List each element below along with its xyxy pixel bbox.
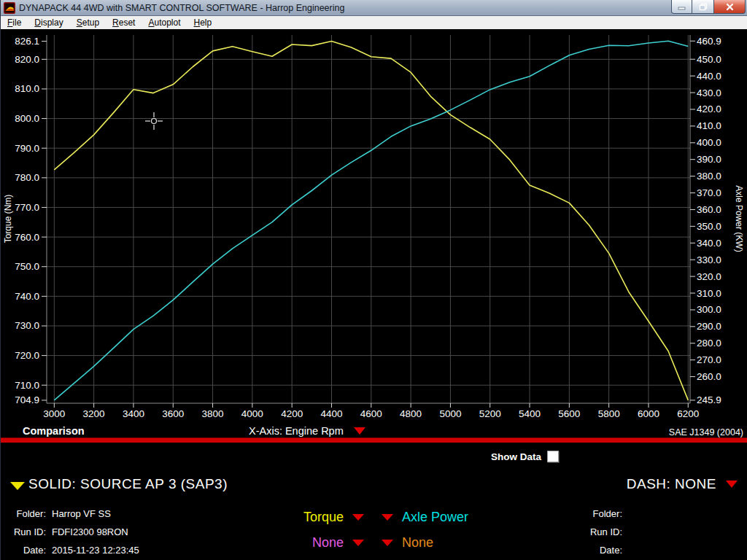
folder-value: Harrop VF SS	[52, 508, 139, 519]
svg-text:820.0: 820.0	[15, 54, 39, 65]
svg-text:Axle Power (KW): Axle Power (KW)	[734, 185, 744, 252]
svg-text:280.0: 280.0	[697, 338, 721, 349]
date-value: 2015-11-23 12:23:45	[52, 545, 139, 556]
divider	[1, 438, 747, 443]
show-data-checkbox[interactable]	[547, 451, 559, 462]
svg-text:720.0: 720.0	[15, 350, 39, 361]
dropdown-arrow-icon[interactable]	[354, 427, 365, 435]
svg-text:5600: 5600	[558, 408, 580, 419]
menu-item-file[interactable]: File	[1, 17, 28, 28]
channel-dropdown-arrow-icon[interactable]	[344, 540, 373, 546]
close-button[interactable]	[713, 0, 746, 14]
svg-text:260.0: 260.0	[697, 371, 721, 382]
channel-dropdown-arrow-icon[interactable]	[373, 514, 402, 521]
svg-text:4600: 4600	[360, 408, 382, 419]
svg-text:430.0: 430.0	[697, 88, 721, 98]
folder-label: Folder:	[1, 508, 46, 519]
svg-text:770.0: 770.0	[15, 202, 39, 213]
svg-text:5000: 5000	[439, 408, 461, 419]
svg-text:826.1: 826.1	[15, 36, 39, 47]
svg-text:410.0: 410.0	[697, 120, 721, 131]
channel-dropdown-arrow-icon[interactable]	[344, 514, 373, 521]
x-axis-selector[interactable]: X-Axis: Engine Rpm	[249, 425, 365, 437]
dash-run-selector[interactable]: DASH: NONE	[627, 476, 738, 492]
svg-text:450.0: 450.0	[697, 54, 721, 65]
svg-text:760.0: 760.0	[15, 232, 39, 243]
svg-text:340.0: 340.0	[697, 238, 721, 249]
solid-run-selector[interactable]: SOLID: SOURCE AP 3 (SAP3)	[28, 476, 228, 492]
channel-selectors: Torque Axle Power None None	[278, 510, 468, 551]
solid-run-info: Folder: Harrop VF SS Run ID: FDFI2300 98…	[1, 508, 139, 556]
svg-text:740.0: 740.0	[15, 291, 39, 302]
svg-text:270.0: 270.0	[697, 354, 721, 365]
restore-button[interactable]	[692, 0, 713, 14]
svg-text:780.0: 780.0	[15, 172, 39, 183]
svg-text:5400: 5400	[519, 408, 541, 419]
svg-text:330.0: 330.0	[697, 254, 721, 265]
svg-text:3000: 3000	[43, 408, 65, 419]
x-axis-selector-label: X-Axis: Engine Rpm	[249, 425, 344, 437]
svg-text:Torque (Nm): Torque (Nm)	[3, 195, 13, 244]
menubar: FileDisplaySetupResetAutoplotHelp	[1, 16, 747, 29]
dynapack-logo-icon	[4, 2, 15, 14]
menu-item-autoplot[interactable]: Autoplot	[142, 17, 187, 28]
svg-text:390.0: 390.0	[697, 154, 721, 165]
minimize-button[interactable]	[671, 0, 692, 14]
dash-dropdown-arrow-icon[interactable]	[726, 481, 738, 488]
svg-text:6200: 6200	[677, 408, 699, 419]
run-id-value: FDFI2300 98RON	[52, 526, 139, 537]
menu-item-help[interactable]: Help	[187, 17, 219, 28]
svg-text:3800: 3800	[202, 408, 224, 419]
svg-text:370.0: 370.0	[697, 187, 721, 198]
titlebar[interactable]: DYNAPACK 44 4WD with SMART CONTROL SOFTW…	[1, 0, 747, 16]
show-data-label: Show Data	[491, 451, 541, 462]
bottom-panel: Show Data SOLID: SOURCE AP 3 (SAP3) DASH…	[1, 443, 747, 560]
svg-text:350.0: 350.0	[697, 221, 721, 232]
svg-text:300.0: 300.0	[697, 304, 721, 315]
run-id-label: Run ID:	[1, 526, 46, 537]
solid-dropdown-arrow-icon[interactable]	[10, 482, 25, 490]
svg-text:380.0: 380.0	[697, 171, 721, 182]
chart-area: 3000320034003600380040004200440046004800…	[1, 29, 747, 438]
svg-text:810.0: 810.0	[15, 83, 39, 94]
folder-label: Folder:	[570, 508, 622, 519]
dash-run-info: Folder: Run ID: Date:	[570, 508, 628, 556]
svg-text:3400: 3400	[123, 408, 144, 419]
menu-item-setup[interactable]: Setup	[70, 17, 106, 28]
channel-bottom-right[interactable]: None	[402, 535, 468, 551]
run-id-label: Run ID:	[570, 526, 622, 537]
svg-text:310.0: 310.0	[697, 288, 721, 299]
svg-text:320.0: 320.0	[697, 271, 721, 282]
window-controls	[671, 0, 746, 14]
svg-text:4200: 4200	[281, 408, 303, 419]
svg-text:3200: 3200	[83, 408, 105, 419]
date-label: Date:	[570, 545, 622, 556]
svg-text:4400: 4400	[320, 408, 342, 419]
svg-text:4800: 4800	[400, 408, 422, 419]
channel-top-left[interactable]: Torque	[278, 510, 344, 525]
svg-text:420.0: 420.0	[697, 104, 721, 114]
svg-text:5800: 5800	[598, 408, 620, 419]
menu-item-reset[interactable]: Reset	[106, 17, 142, 28]
sae-standard-label: SAE J1349 (2004)	[669, 427, 743, 438]
svg-text:790.0: 790.0	[15, 143, 39, 154]
channel-bottom-left[interactable]: None	[278, 535, 344, 551]
svg-text:3600: 3600	[162, 408, 184, 419]
date-label: Date:	[1, 545, 46, 556]
svg-text:440.0: 440.0	[697, 71, 721, 82]
comparison-label: Comparison	[23, 425, 85, 437]
svg-text:710.0: 710.0	[15, 380, 39, 391]
channel-dropdown-arrow-icon[interactable]	[373, 540, 402, 546]
svg-text:5200: 5200	[479, 408, 501, 419]
svg-text:360.0: 360.0	[697, 204, 721, 215]
svg-text:290.0: 290.0	[697, 321, 721, 332]
menu-item-display[interactable]: Display	[28, 17, 69, 28]
svg-text:800.0: 800.0	[15, 113, 39, 124]
svg-text:245.9: 245.9	[697, 394, 721, 405]
svg-text:6000: 6000	[638, 408, 659, 419]
svg-text:704.9: 704.9	[15, 394, 39, 405]
channel-top-right[interactable]: Axle Power	[402, 510, 468, 525]
dyno-chart: 3000320034003600380040004200440046004800…	[1, 29, 747, 423]
app-window: DYNAPACK 44 4WD with SMART CONTROL SOFTW…	[0, 0, 747, 560]
window-title: DYNAPACK 44 4WD with SMART CONTROL SOFTW…	[19, 3, 344, 13]
